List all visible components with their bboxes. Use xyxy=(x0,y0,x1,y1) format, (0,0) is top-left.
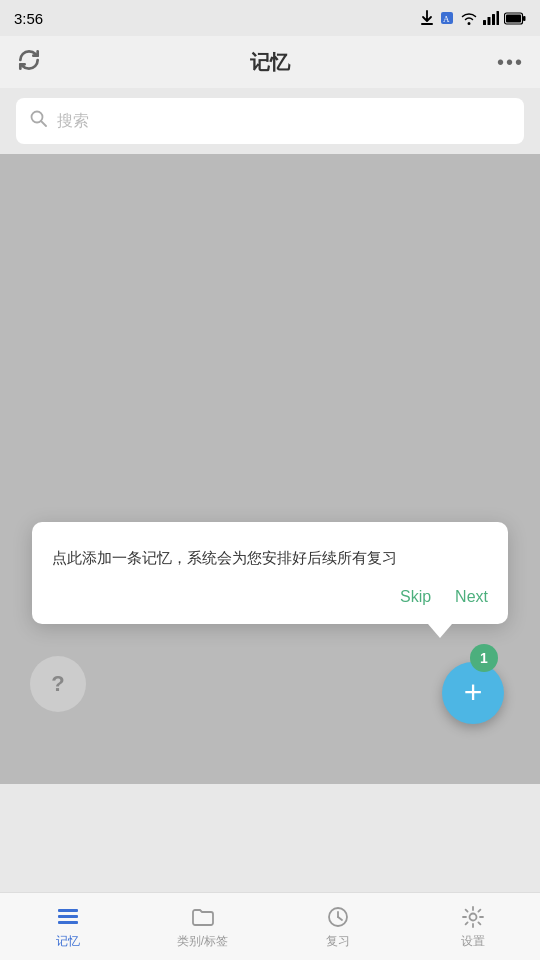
nav-label-memory: 记忆 xyxy=(56,933,80,950)
search-icon xyxy=(30,110,47,132)
tooltip-text: 点此添加一条记忆，系统会为您安排好后续所有复习 xyxy=(52,549,397,566)
search-bar[interactable]: 搜索 xyxy=(16,98,524,144)
help-icon: ? xyxy=(51,671,64,697)
nav-item-category[interactable]: 类别/标签 xyxy=(135,904,270,950)
svg-rect-0 xyxy=(421,23,433,25)
svg-rect-4 xyxy=(488,17,491,25)
fab-badge: 1 xyxy=(470,644,498,672)
clock-icon xyxy=(325,904,351,930)
svg-rect-13 xyxy=(58,915,78,918)
tooltip-actions: Skip Next xyxy=(52,588,488,606)
fab-area: 1 + xyxy=(442,644,504,724)
status-icons: A xyxy=(420,10,526,26)
translate-icon: A xyxy=(439,10,455,26)
nav-item-memory[interactable]: 记忆 xyxy=(0,904,135,950)
battery-icon xyxy=(504,12,526,25)
nav-label-category: 类别/标签 xyxy=(177,933,228,950)
nav-item-review[interactable]: 复习 xyxy=(270,904,405,950)
list-icon xyxy=(55,904,81,930)
next-button[interactable]: Next xyxy=(455,588,488,606)
download-icon xyxy=(420,10,434,26)
tooltip-popup: 点此添加一条记忆，系统会为您安排好后续所有复习 Skip Next xyxy=(32,522,508,624)
svg-rect-3 xyxy=(483,20,486,25)
signal-icon xyxy=(483,11,499,25)
folder-icon xyxy=(190,904,216,930)
more-button[interactable]: ••• xyxy=(497,51,524,74)
help-button[interactable]: ? xyxy=(30,656,86,712)
svg-rect-8 xyxy=(523,16,526,21)
bottom-nav: 记忆 类别/标签 复习 设置 xyxy=(0,892,540,960)
refresh-button[interactable] xyxy=(16,47,42,77)
wifi-icon xyxy=(460,11,478,25)
nav-item-settings[interactable]: 设置 xyxy=(405,904,540,950)
nav-label-settings: 设置 xyxy=(461,933,485,950)
add-memory-button[interactable]: + xyxy=(442,662,504,724)
status-bar: 3:56 A xyxy=(0,0,540,36)
skip-button[interactable]: Skip xyxy=(400,588,431,606)
main-content: 点此添加一条记忆，系统会为您安排好后续所有复习 Skip Next ? 1 + xyxy=(0,154,540,784)
nav-label-review: 复习 xyxy=(326,933,350,950)
svg-rect-12 xyxy=(58,909,78,912)
svg-rect-6 xyxy=(497,11,500,25)
svg-rect-14 xyxy=(58,921,78,924)
search-placeholder: 搜索 xyxy=(57,111,89,132)
page-title: 记忆 xyxy=(250,49,290,76)
settings-icon xyxy=(460,904,486,930)
svg-point-18 xyxy=(469,913,476,920)
svg-rect-9 xyxy=(506,14,521,22)
svg-text:A: A xyxy=(443,14,450,24)
header: 记忆 ••• xyxy=(0,36,540,88)
plus-icon: + xyxy=(464,676,483,708)
svg-line-17 xyxy=(338,917,342,920)
svg-line-11 xyxy=(41,121,46,126)
status-time: 3:56 xyxy=(14,10,43,27)
svg-rect-5 xyxy=(492,14,495,25)
